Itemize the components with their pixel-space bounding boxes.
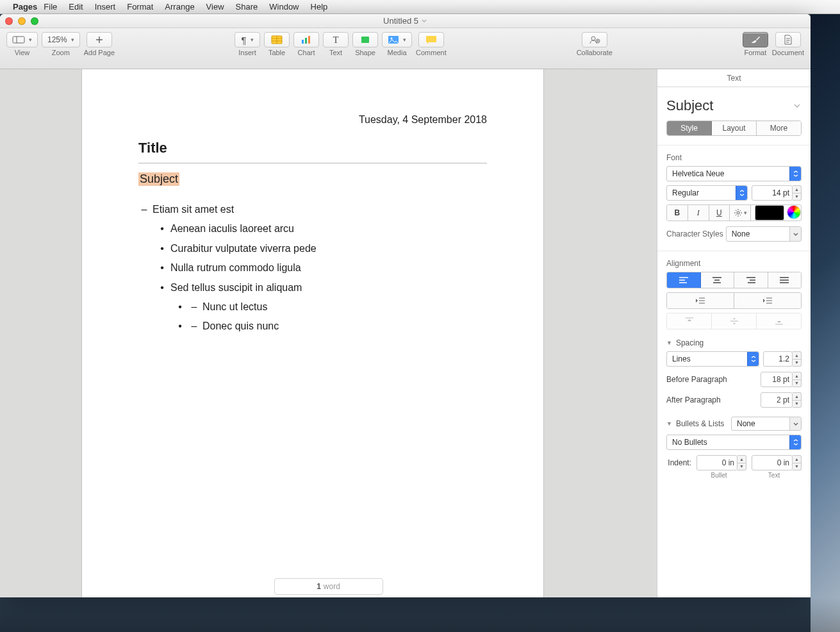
after-paragraph-stepper[interactable]: ▲▼: [793, 392, 802, 408]
media-button[interactable]: ▾: [382, 32, 412, 47]
align-left-button[interactable]: [667, 272, 701, 288]
shape-icon: [360, 35, 370, 44]
menu-edit[interactable]: Edit: [69, 2, 83, 12]
indent-button[interactable]: [734, 293, 801, 308]
collaborate-button[interactable]: [582, 32, 607, 47]
text-color-well[interactable]: [755, 205, 784, 220]
chart-icon: [301, 35, 312, 44]
paragraph-style-name[interactable]: Subject: [666, 97, 713, 114]
bold-button[interactable]: B: [667, 205, 688, 220]
char-styles-select[interactable]: None: [726, 226, 802, 242]
font-size-field[interactable]: 14 pt: [752, 185, 793, 201]
table-icon: [271, 35, 283, 44]
valign-middle-button[interactable]: [712, 313, 757, 329]
svg-rect-0: [13, 37, 24, 43]
list-item[interactable]: Nulla rutrum commodo ligula: [170, 258, 301, 278]
comment-button[interactable]: [418, 32, 444, 47]
subject-heading[interactable]: Subject: [138, 172, 179, 186]
font-style-select[interactable]: Regular: [666, 185, 748, 201]
list-item[interactable]: Etiam sit amet est: [152, 200, 234, 219]
text-button[interactable]: T: [323, 32, 349, 47]
spacing-mode-select[interactable]: Lines: [666, 351, 759, 367]
valign-bottom-button[interactable]: [757, 313, 801, 329]
title-text[interactable]: Title: [138, 140, 487, 156]
insert-label: Insert: [238, 49, 256, 56]
format-button[interactable]: [743, 32, 768, 47]
align-right-button[interactable]: [734, 272, 768, 288]
bullet-indent-field[interactable]: 0 in: [696, 455, 737, 470]
line-spacing-stepper[interactable]: ▲▼: [793, 351, 802, 367]
seg-style[interactable]: Style: [667, 121, 712, 135]
font-size-stepper[interactable]: ▲▼: [793, 185, 802, 201]
bullets-header[interactable]: ▼Bullets & Lists None: [657, 417, 811, 431]
advanced-button[interactable]: ▾: [730, 205, 751, 220]
menu-share[interactable]: Share: [236, 2, 258, 12]
spacing-header[interactable]: ▼Spacing: [657, 338, 811, 347]
minimize-button[interactable]: [18, 17, 26, 25]
before-paragraph-field[interactable]: 18 pt: [761, 372, 793, 387]
indent-label: Indent:: [668, 458, 691, 467]
list-item[interactable]: Curabitur vulputate viverra pede: [170, 239, 317, 258]
shape-button[interactable]: [352, 32, 378, 47]
inspector-tab-text[interactable]: Text: [657, 69, 811, 87]
list-item[interactable]: Donec quis nunc: [202, 317, 279, 336]
bullet-type-value: No Bullets: [672, 438, 707, 447]
document-button[interactable]: [775, 32, 801, 47]
list-item[interactable]: Nunc ut lectus: [202, 297, 267, 317]
align-center-button[interactable]: [701, 272, 735, 288]
page[interactable]: Tuesday, 4 September 2018 Title Subject …: [82, 69, 543, 597]
line-spacing-field[interactable]: 1.2: [763, 351, 793, 367]
close-button[interactable]: [5, 17, 13, 25]
font-style-buttons: B I U ▾: [666, 204, 802, 221]
menu-insert[interactable]: Insert: [95, 2, 116, 12]
chevron-down-icon[interactable]: [421, 18, 427, 24]
text-indent-stepper[interactable]: ▲▼: [793, 455, 802, 470]
dock-shadow: [0, 597, 840, 632]
bullets-preset-select[interactable]: None: [731, 417, 802, 431]
menu-help[interactable]: Help: [311, 2, 328, 12]
menu-view[interactable]: View: [206, 2, 224, 12]
menu-format[interactable]: Format: [127, 2, 153, 12]
brush-icon: [750, 35, 761, 44]
vertical-align: [666, 313, 802, 329]
body-list[interactable]: –Etiam sit amet est Aenean iaculis laore…: [138, 200, 487, 337]
date-text: Tuesday, 4 September 2018: [138, 114, 487, 126]
window-title: Untitled 5: [383, 16, 418, 26]
bullet-type-select[interactable]: No Bullets: [666, 435, 802, 450]
underline-button[interactable]: U: [709, 205, 730, 220]
seg-layout[interactable]: Layout: [712, 121, 757, 135]
chart-button[interactable]: [293, 32, 319, 47]
after-paragraph-field[interactable]: 2 pt: [761, 392, 793, 408]
seg-more[interactable]: More: [757, 121, 801, 135]
app-name[interactable]: Pages: [13, 2, 37, 12]
italic-button[interactable]: I: [688, 205, 709, 220]
list-item[interactable]: Aenean iaculis laoreet arcu: [170, 219, 294, 238]
valign-top-button[interactable]: [667, 313, 712, 329]
word-count[interactable]: 1 word: [274, 578, 383, 595]
svg-point-13: [591, 37, 595, 40]
table-button[interactable]: [264, 32, 290, 47]
spacing-mode-value: Lines: [672, 354, 691, 363]
document-canvas[interactable]: Tuesday, 4 September 2018 Title Subject …: [0, 69, 657, 597]
list-item[interactable]: Sed tellus suscipit in aliquam: [170, 278, 302, 297]
menu-window[interactable]: Window: [269, 2, 299, 12]
before-paragraph-stepper[interactable]: ▲▼: [793, 372, 802, 387]
zoom-select[interactable]: 125%▾: [42, 32, 80, 47]
align-justify-button[interactable]: [768, 272, 802, 288]
outdent-button[interactable]: [667, 293, 734, 308]
window-controls: [5, 17, 38, 25]
color-wheel-icon[interactable]: [787, 205, 801, 219]
bullet-indent-stepper[interactable]: ▲▼: [737, 455, 746, 470]
zoom-button[interactable]: [31, 17, 38, 25]
insert-button[interactable]: ¶▾: [235, 32, 260, 47]
menu-file[interactable]: File: [44, 2, 57, 12]
add-page-button[interactable]: [86, 32, 112, 47]
chevron-down-icon[interactable]: [793, 101, 802, 110]
text-indent-field[interactable]: 0 in: [752, 455, 793, 470]
font-family-select[interactable]: Helvetica Neue: [666, 166, 802, 181]
menu-arrange[interactable]: Arrange: [165, 2, 194, 12]
zoom-label: Zoom: [52, 49, 70, 56]
svg-rect-6: [302, 40, 304, 44]
view-button[interactable]: ▾: [6, 32, 38, 47]
word-count-label: word: [324, 582, 340, 591]
